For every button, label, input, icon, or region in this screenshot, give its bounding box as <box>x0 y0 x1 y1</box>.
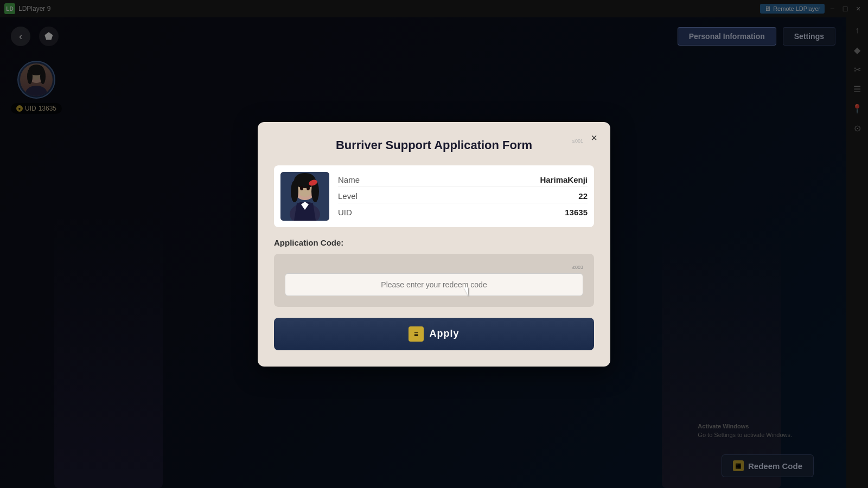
profile-avatar-card <box>280 172 329 221</box>
modal-title: Burriver Support Application Form <box>274 138 594 152</box>
apply-button-icon: ≡ <box>409 326 424 342</box>
level-label: Level <box>338 191 358 201</box>
modal-close-button[interactable]: × <box>586 131 602 146</box>
profile-avatar-svg <box>280 172 329 221</box>
svg-point-15 <box>307 186 310 190</box>
uid-label: UID <box>338 208 352 217</box>
name-label: Name <box>338 175 360 184</box>
info-row-name: Name HarimaKenji <box>338 173 588 187</box>
info-row-uid: UID 13635 <box>338 206 588 219</box>
redeem-code-input[interactable] <box>285 273 583 296</box>
card-top-badge: ≤001 <box>572 138 583 144</box>
support-form-modal: Burriver Support Application Form × ≤001 <box>258 122 610 367</box>
level-value: 22 <box>578 191 588 201</box>
profile-info: Name HarimaKenji Level 22 UID 13635 <box>338 172 588 221</box>
profile-card: Name HarimaKenji Level 22 UID 13635 <box>274 165 594 227</box>
app-code-label: Application Code: <box>274 238 594 247</box>
svg-point-14 <box>300 186 303 190</box>
code-input-area: ≤003 <box>274 254 594 307</box>
apply-button[interactable]: ≡ Apply <box>274 318 594 350</box>
info-row-level: Level 22 <box>338 189 588 203</box>
name-value: HarimaKenji <box>540 175 588 184</box>
modal-backdrop: Burriver Support Application Form × ≤001 <box>0 0 868 488</box>
uid-value: 13635 <box>565 208 588 217</box>
svg-point-11 <box>291 181 298 202</box>
code-area-badge: ≤003 <box>285 265 583 270</box>
